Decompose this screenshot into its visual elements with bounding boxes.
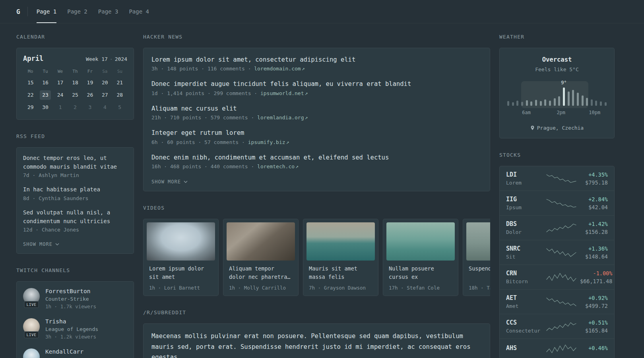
stock-symbol: AHS — [506, 344, 543, 352]
twitch-channel[interactable]: LIVE Trisha League of Legends 3h · 1.2k … — [23, 318, 127, 340]
hn-item-title[interactable]: Donec enim nibh, condimentum et accumsan… — [151, 153, 482, 162]
stock-sparkline — [546, 272, 577, 282]
calendar-day: 26 — [84, 90, 95, 100]
video-title[interactable]: Nullam posuere cursus ex — [389, 265, 452, 281]
hn-source-link[interactable]: ipsumworld.net — [260, 90, 304, 96]
hn-item-meta: 21h · 710 points · 579 comments · loreml… — [151, 115, 482, 121]
weather-location-text: Prague, Czechia — [537, 125, 584, 131]
hn-item-title[interactable]: Lorem ipsum dolor sit amet, consectetur … — [151, 55, 482, 64]
video-thumbnail[interactable] — [466, 222, 490, 261]
calendar-day: 16 — [40, 78, 51, 88]
stocks-section-title: STOCKS — [499, 152, 615, 158]
stock-symbol: IIG — [506, 196, 543, 203]
hackernews-section: HACKER NEWS Lorem ipsum dolor sit amet, … — [143, 34, 490, 191]
avatar — [23, 348, 40, 358]
hn-item-title[interactable]: Donec imperdiet augue tincidunt felis al… — [151, 80, 482, 88]
stock-row[interactable]: AHS +0.46% — [500, 339, 614, 358]
page-tab[interactable]: Page 4 — [129, 0, 149, 23]
hn-meta-text: 6h · 60 points · 57 comments · — [151, 139, 248, 145]
video-card[interactable]: Mauris sit amet massa felis 7h · Grayson… — [303, 219, 378, 296]
stock-values: +0.51% $165.84 — [580, 319, 608, 334]
stock-row[interactable]: DBS Dolor +1.42% $156.28 — [500, 215, 614, 240]
app-logo[interactable]: G — [16, 0, 20, 23]
rss-item-title[interactable]: In hac habitasse platea — [23, 185, 127, 194]
avatar-wrapper: LIVE — [23, 318, 40, 335]
rss-item-meta: 7d · Ashlyn Martin — [23, 172, 127, 178]
page-tab[interactable]: Page 2 — [67, 0, 87, 23]
stock-change: +0.46% — [580, 345, 608, 351]
weather-bar — [512, 102, 514, 106]
rss-item[interactable]: In hac habitasse platea 8d · Cynthia Sau… — [23, 185, 127, 201]
hn-item-title[interactable]: Integer eget rutrum lorem — [151, 128, 482, 137]
hn-source-link[interactable]: ipsumify.biz — [248, 139, 285, 145]
hn-source-link[interactable]: loremtech.co — [257, 163, 295, 169]
calendar-day-headers: MoTuWeThFrSaSu — [23, 69, 127, 74]
reddit-post-title[interactable]: Maecenas mollis pulvinar erat non posuer… — [151, 331, 482, 358]
channel-category[interactable]: League of Legends — [45, 326, 98, 332]
stock-row[interactable]: CRN Bitcorn -1.00% $66,171.48 — [500, 265, 614, 289]
calendar-day: 17 — [55, 78, 66, 88]
channel-category[interactable]: Counter-Strike — [45, 296, 96, 302]
stock-sparkline — [546, 247, 577, 258]
channel-name[interactable]: ForrestBurton — [45, 288, 96, 294]
stock-row[interactable]: IIG Ipsum +2.84% $42.04 — [500, 191, 614, 215]
video-title[interactable]: Suspendisse diam — [469, 265, 490, 281]
calendar-day: 2 — [70, 103, 81, 112]
external-link-icon: ↗ — [302, 66, 305, 72]
weather-bar — [549, 101, 551, 106]
rss-item[interactable]: Donec tempor eros leo, ut commodo mauris… — [23, 154, 127, 178]
chevron-down-icon — [55, 243, 59, 245]
stock-values: +4.35% $795.18 — [580, 171, 608, 186]
weather-bar — [554, 98, 556, 106]
channel-name[interactable]: KendallCarr — [45, 348, 83, 355]
video-thumbnail[interactable] — [227, 222, 295, 261]
video-card[interactable]: Lorem ipsum dolor sit amet consectetu… 1… — [143, 219, 219, 296]
rss-item-meta: 8d · Cynthia Saunders — [23, 195, 127, 201]
video-card[interactable]: Suspendisse diam 18h · Tara — [463, 219, 490, 296]
channel-meta: 3h · 1.2k viewers — [45, 334, 98, 340]
page-tab[interactable]: Page 3 — [98, 0, 118, 23]
channel-name[interactable]: Trisha — [45, 318, 98, 325]
rss-show-more-button[interactable]: SHOW MORE — [23, 241, 59, 247]
video-title[interactable]: Lorem ipsum dolor sit amet consectetu… — [149, 265, 213, 281]
video-meta: 17h · Stefan Cole — [389, 285, 452, 291]
hn-source-link[interactable]: loremlandia.org — [257, 115, 304, 121]
hn-show-more-button[interactable]: SHOW MORE — [151, 179, 188, 185]
hn-item: Aliquam nec cursus elit 21h · 710 points… — [151, 104, 482, 121]
video-meta: 1h · Lori Barnett — [149, 285, 213, 291]
rss-item[interactable]: Sed volutpat nulla nisl, a condimentum n… — [23, 208, 127, 233]
video-title[interactable]: Aliquam tempor dolor nec pharetra… — [229, 265, 293, 281]
video-card[interactable]: Nullam posuere cursus ex 17h · Stefan Co… — [383, 219, 458, 296]
stock-row[interactable]: SNRC Sit +1.36% $148.64 — [500, 240, 614, 265]
stock-row[interactable]: LDI Lorem +4.35% $795.18 — [500, 166, 614, 191]
calendar-day: 20 — [99, 78, 111, 88]
video-thumbnail[interactable] — [386, 222, 455, 261]
stock-symbol: CRN — [506, 270, 543, 277]
weather-bar — [516, 101, 518, 106]
video-card[interactable]: Aliquam tempor dolor nec pharetra… 1h · … — [223, 219, 299, 296]
page-tab[interactable]: Page 1 — [37, 0, 57, 23]
channel-info: Trisha League of Legends 3h · 1.2k viewe… — [45, 318, 98, 340]
video-title[interactable]: Mauris sit amet massa felis — [309, 265, 372, 281]
rss-item-title[interactable]: Donec tempor eros leo, ut commodo mauris… — [23, 154, 127, 171]
twitch-channel[interactable]: LIVE KendallCarr — [23, 348, 127, 358]
video-thumbnail[interactable] — [147, 222, 215, 261]
stock-values: +0.92% $499.72 — [580, 295, 608, 309]
stock-row[interactable]: AET Amet +0.92% $499.72 — [500, 289, 614, 314]
weather-location: Prague, Czechia — [506, 125, 608, 131]
videos-section-title: VIDEOS — [143, 205, 490, 211]
stock-row[interactable]: CCS Consectetur +0.51% $165.84 — [500, 314, 614, 339]
hn-item-title[interactable]: Aliquam nec cursus elit — [151, 104, 482, 113]
stock-name: Sit — [506, 254, 543, 260]
video-thumbnail[interactable] — [306, 222, 375, 261]
weather-time-labels: 6am2pm10pm — [506, 110, 608, 116]
stock-name: Dolor — [506, 229, 543, 235]
calendar-day: 29 — [25, 103, 36, 112]
twitch-channel[interactable]: LIVE ForrestBurton Counter-Strike 1h · 1… — [23, 288, 127, 309]
rss-item-title[interactable]: Sed volutpat nulla nisl, a condimentum n… — [23, 208, 127, 226]
calendar-day: 25 — [70, 90, 81, 100]
hn-source-link[interactable]: loremdomain.com — [254, 66, 301, 72]
hn-item-meta: 3h · 148 points · 116 comments · loremdo… — [151, 66, 482, 72]
calendar-day: 27 — [99, 90, 111, 100]
stock-sparkline — [546, 223, 577, 233]
